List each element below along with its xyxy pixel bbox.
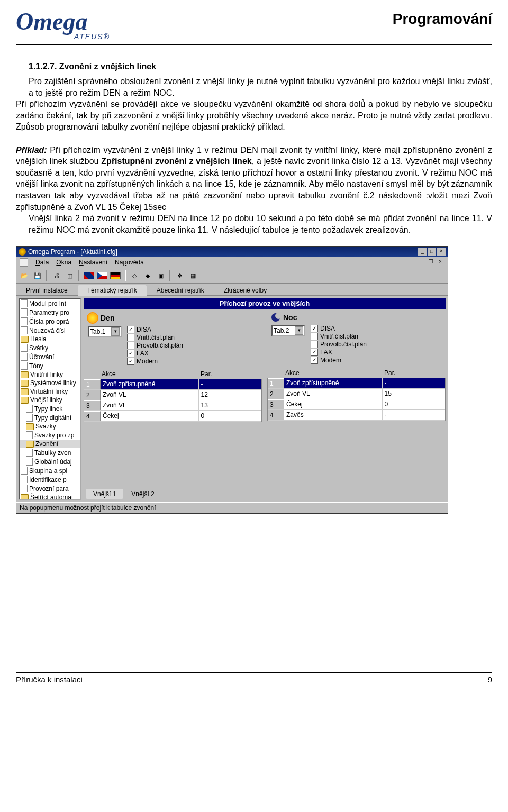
tree-item[interactable]: Tóny [20,361,80,370]
tree-item[interactable]: Virtuální linky [20,387,80,396]
tree-item-label: Svazky [35,423,56,430]
mdi-close-button[interactable]: × [436,259,444,266]
table-cell: Zavěs [284,410,383,420]
menu-napoveda[interactable]: Nápověda [115,259,144,266]
toolbar-btn-9[interactable]: ▦ [187,270,199,281]
toolbar-print-button[interactable]: 🖨 [51,270,62,281]
page-icon [26,414,33,422]
checkbox[interactable]: ✓ [311,325,318,332]
table-row[interactable]: 3Čekej0 [268,399,445,410]
checkbox-item[interactable]: ✓DISA [127,326,183,333]
checkbox[interactable] [127,334,134,341]
table-row[interactable]: 4Zavěs- [268,410,445,421]
toolbar-btn-7[interactable]: ▣ [155,270,167,281]
noc-grid-header: Akce Par. [267,368,446,378]
tree-item[interactable]: Nouzová čísl [20,326,80,335]
btab-vnejsi-1[interactable]: Vnější 1 [86,489,123,499]
checkbox-label: DISA [320,325,335,332]
checkbox[interactable]: ✓ [127,350,134,357]
tree-item-label: Čísla pro oprá [29,318,69,325]
checkbox-item[interactable]: ✓FAX [127,350,183,357]
checkbox-item[interactable]: ✓DISA [311,325,367,332]
titlebar[interactable]: Omega Program - [Aktuální.cfg] _ □ × [16,247,448,257]
toolbar-btn-8[interactable]: ❖ [174,270,186,281]
mdi-system-icon[interactable] [20,258,28,267]
tree-item[interactable]: Účtování [20,352,80,361]
tree-item-label: Provozní para [29,485,69,492]
tree-item[interactable]: Vnější linky [20,396,80,404]
table-row[interactable]: 3Zvoň VL13 [84,400,261,411]
close-button[interactable]: × [437,248,446,256]
noc-table-select[interactable]: Tab.2 ▾ [271,325,305,336]
flag-uk-button[interactable] [83,270,95,281]
checkbox[interactable] [127,342,134,349]
minimize-button[interactable]: _ [418,248,427,256]
tree-item[interactable]: Typy linek [20,404,80,413]
menu-data[interactable]: Data [35,259,49,266]
menu-nastaveni[interactable]: Nastavení [79,259,107,266]
table-row[interactable]: 1Zvoň zpřístupněné- [84,379,261,390]
table-row[interactable]: 4Čekej0 [84,411,261,422]
top-tabs: První instalace Tématický rejstřík Abece… [16,284,448,296]
folder-icon [21,371,29,378]
tree-item[interactable]: Čísla pro oprá [20,317,80,326]
page-icon [21,476,28,483]
flag-cz-button[interactable] [96,270,108,281]
toolbar-save-button[interactable]: 💾 [32,270,43,281]
tree-item[interactable]: Svátky [20,343,80,352]
toolbar-btn-6[interactable]: ◆ [142,270,153,281]
toolbar-btn-5[interactable]: ◇ [129,270,140,281]
btab-vnejsi-2[interactable]: Vnější 2 [124,489,161,499]
tree-item[interactable]: Identifikace p [20,475,80,484]
checkbox-item[interactable]: Vnitř.čísl.plán [127,334,183,341]
checkbox-item[interactable]: Provolb.čísl.plán [127,342,183,349]
checkbox-item[interactable]: ✓FAX [311,349,367,356]
checkbox[interactable] [311,333,318,340]
den-grid[interactable]: 1Zvoň zpřístupněné-2Zvoň VL123Zvoň VL134… [84,379,262,422]
tree-item[interactable]: Skupina a spi [20,466,80,475]
toolbar-preview-button[interactable]: ◫ [64,270,76,281]
tree-item[interactable]: Svazky [20,422,80,431]
tree-item[interactable]: Svazky pro zp [20,431,80,440]
tree-item-label: Zvonění [35,440,58,448]
checkbox[interactable]: ✓ [127,358,134,365]
document-body: 1.1.2.7. Zvonění z vnějších linek Pro za… [16,61,492,235]
tab-zkracene-volby[interactable]: Zkrácené volby [214,285,276,295]
tree-item[interactable]: Parametry pro [20,308,80,317]
sidebar-tree[interactable]: Modul pro IntParametry proČísla pro oprá… [19,298,81,500]
table-row[interactable]: 2Zvoň VL12 [84,390,261,400]
checkbox[interactable] [311,341,318,348]
tab-prvni-instalace[interactable]: První instalace [16,285,77,295]
checkbox-item[interactable]: ✓Modem [311,357,367,364]
checkbox[interactable]: ✓ [311,357,318,364]
checkbox[interactable]: ✓ [311,349,318,356]
tree-item[interactable]: Provozní para [20,484,80,493]
checkbox-item[interactable]: ✓Modem [127,358,183,365]
app-window: Omega Program - [Aktuální.cfg] _ □ × Dat… [16,246,448,514]
tree-item[interactable]: Zvonění [20,440,80,448]
mdi-restore-button[interactable]: ❐ [427,259,435,266]
tab-abecedni-rejstrik[interactable]: Abecední rejstřík [147,285,214,295]
tree-item[interactable]: Globální údaj [20,457,80,466]
checkbox-item[interactable]: Vnitř.čísl.plán [311,333,367,340]
checkbox-item[interactable]: Provolb.čísl.plán [311,341,367,348]
tree-item[interactable]: Typy digitální [20,413,80,422]
table-row[interactable]: 2Zvoň VL15 [268,389,445,399]
noc-grid[interactable]: 1Zvoň zpřístupněné-2Zvoň VL153Čekej04Zav… [267,378,446,421]
tree-item[interactable]: Modul pro Int [20,299,80,308]
maximize-button[interactable]: □ [428,248,436,256]
flag-de-button[interactable] [110,270,121,281]
menu-okna[interactable]: Okna [56,259,71,266]
table-row[interactable]: 1Zvoň zpřístupněné- [268,378,445,389]
mdi-minimize-button[interactable]: _ [417,259,425,266]
den-title: Den [84,312,262,326]
tree-item[interactable]: Hesla [20,335,80,343]
tree-item[interactable]: Systémové linky [20,379,80,387]
tab-tematicky-rejstrik[interactable]: Tématický rejstřík [78,285,147,296]
checkbox[interactable]: ✓ [127,326,134,333]
tree-item[interactable]: Vnitřní linky [20,370,80,379]
den-table-select[interactable]: Tab.1 ▾ [88,326,122,337]
toolbar-open-button[interactable]: 📂 [19,270,30,281]
tree-item[interactable]: Šetřící automat [20,493,80,500]
tree-item[interactable]: Tabulky zvon [20,448,80,457]
